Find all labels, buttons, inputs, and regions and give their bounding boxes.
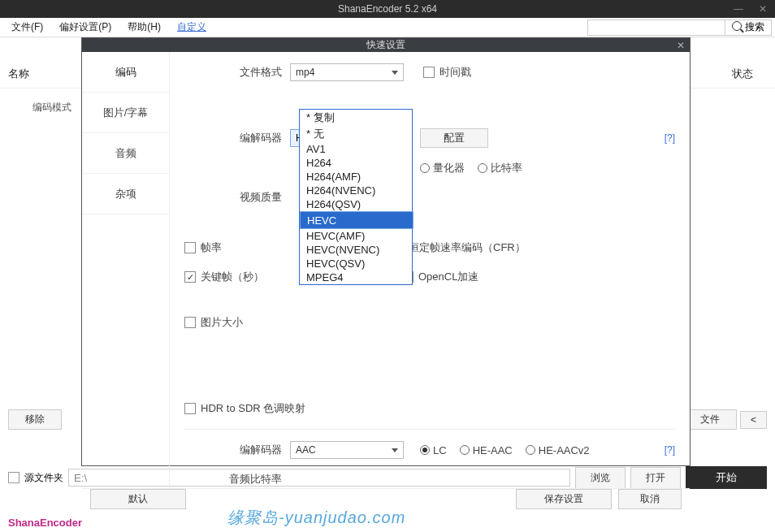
titlebar: ShanaEncoder 5.2 x64 — ✕ xyxy=(0,0,775,18)
col-name: 名称 xyxy=(8,67,57,81)
close-icon[interactable]: ✕ xyxy=(751,0,775,18)
fps-checkbox[interactable] xyxy=(184,242,196,253)
audio-codec-value: AAC xyxy=(296,444,316,456)
fileformat-value: mp4 xyxy=(296,67,314,78)
search-input[interactable] xyxy=(587,19,725,36)
col-state: 状态 xyxy=(718,67,767,81)
quantizer-radio[interactable] xyxy=(420,163,430,173)
watermark-text: 缘聚岛-yuanjudao.com xyxy=(227,507,405,529)
audio-bitrate-label: 音频比特率 xyxy=(184,472,290,487)
magnify-icon xyxy=(732,21,742,33)
modal-titlebar: 快速设置 ✕ xyxy=(82,38,690,52)
codec-option[interactable]: HEVC(QSV) xyxy=(300,257,412,270)
modal-body: 编码 图片/字幕 音频 杂项 文件格式 mp4 时间戳 编解码器 xyxy=(82,52,690,488)
audio-codec-label: 编解码器 xyxy=(184,443,290,457)
hdrsdr-checkbox[interactable] xyxy=(184,403,196,414)
help-audio-icon[interactable]: [?] xyxy=(665,444,675,456)
codec-option[interactable]: MPEG4 xyxy=(300,270,412,284)
save-settings-button[interactable]: 保存设置 xyxy=(516,489,612,509)
chevron-down-icon xyxy=(392,448,398,452)
remove-button[interactable]: 移除 xyxy=(8,409,62,430)
quick-settings-modal: 快速设置 ✕ 编码 图片/字幕 音频 杂项 文件格式 mp4 时间戳 xyxy=(81,37,691,466)
cfr-label: 恒定帧速率编码（CFR） xyxy=(409,240,526,255)
quantizer-label: 量化器 xyxy=(433,161,465,175)
modal-close-icon[interactable]: ✕ xyxy=(677,40,685,51)
codec-option[interactable]: HEVC xyxy=(300,211,413,229)
window-controls: — ✕ xyxy=(726,0,775,18)
codec-option[interactable]: HEVC(NVENC) xyxy=(300,243,412,257)
file-button[interactable]: 文件 xyxy=(683,409,737,430)
fileformat-select[interactable]: mp4 xyxy=(290,63,404,81)
heaac-radio[interactable] xyxy=(460,445,470,455)
fileformat-label: 文件格式 xyxy=(184,65,290,80)
hdrsdr-label: HDR to SDR 色调映射 xyxy=(201,401,305,416)
config-button[interactable]: 配置 xyxy=(420,128,488,148)
menu-custom[interactable]: 自定义 xyxy=(169,20,214,34)
audio-codec-select[interactable]: AAC xyxy=(290,441,404,459)
help-codec-icon[interactable]: [?] xyxy=(665,132,675,144)
codec-option[interactable]: * 复制 xyxy=(300,110,412,126)
picsize-label: 图片大小 xyxy=(201,315,243,330)
bitrate-radio[interactable] xyxy=(478,163,487,173)
tab-audio[interactable]: 音频 xyxy=(82,133,169,174)
modal-footer: 默认 保存设置 取消 xyxy=(82,488,690,509)
picsize-checkbox[interactable] xyxy=(184,317,196,328)
window-title: ShanaEncoder 5.2 x64 xyxy=(338,3,437,15)
source-checkbox[interactable] xyxy=(8,472,19,483)
search-wrap: 搜索 xyxy=(587,19,772,36)
default-button[interactable]: 默认 xyxy=(90,489,186,509)
start-button[interactable]: 开始 xyxy=(686,466,767,489)
timestamp-checkbox[interactable] xyxy=(423,67,435,78)
fps-label: 帧率 xyxy=(201,240,222,255)
bitrate-label: 比特率 xyxy=(491,161,522,175)
timestamp-label: 时间戳 xyxy=(439,65,471,80)
codec-label: 编解码器 xyxy=(184,131,290,145)
tab-subtitle[interactable]: 图片/字幕 xyxy=(82,93,169,133)
menu-preferences[interactable]: 偏好设置(P) xyxy=(51,20,119,34)
collapse-button[interactable]: < xyxy=(740,411,767,429)
heaacv2-radio[interactable] xyxy=(526,445,535,455)
modal-form: 文件格式 mp4 时间戳 编解码器 H264 配置 [?] xyxy=(170,52,690,488)
codec-option[interactable]: AV1 xyxy=(300,142,412,156)
menubar: 文件(F) 偏好设置(P) 帮助(H) 自定义 搜索 xyxy=(0,18,775,37)
keyframe-checkbox[interactable] xyxy=(184,271,196,283)
menu-help[interactable]: 帮助(H) xyxy=(119,20,169,34)
lc-label: LC xyxy=(433,444,447,456)
brand-text: ShanaEncoder xyxy=(8,517,82,529)
codec-option[interactable]: * 无 xyxy=(300,126,412,142)
lc-radio[interactable] xyxy=(420,445,430,455)
codec-dropdown-list: * 复制* 无AV1H264H264(AMF)H264(NVENC)H264(Q… xyxy=(299,109,413,285)
codec-option[interactable]: H264(AMF) xyxy=(300,170,412,184)
keyframe-label: 关键帧（秒） xyxy=(201,270,264,284)
encode-mode-label: 编码模式 xyxy=(32,101,71,115)
codec-option[interactable]: H264 xyxy=(300,156,412,170)
source-label: 源文件夹 xyxy=(24,471,63,485)
tab-encode[interactable]: 编码 xyxy=(82,52,169,93)
codec-option[interactable]: H264(NVENC) xyxy=(300,184,412,197)
heaacv2-label: HE-AACv2 xyxy=(539,444,590,456)
cancel-button[interactable]: 取消 xyxy=(618,489,682,509)
chevron-down-icon xyxy=(392,71,398,75)
modal-tabs: 编码 图片/字幕 音频 杂项 xyxy=(82,52,170,488)
video-quality-label: 视频质量 xyxy=(184,190,290,205)
opencl-label: OpenCL加速 xyxy=(418,270,478,284)
search-button[interactable]: 搜索 xyxy=(725,19,772,36)
modal-title: 快速设置 xyxy=(366,38,405,52)
search-label: 搜索 xyxy=(745,20,764,34)
codec-option[interactable]: H264(QSV) xyxy=(300,197,412,211)
heaac-label: HE-AAC xyxy=(473,444,513,456)
menu-file[interactable]: 文件(F) xyxy=(3,20,51,34)
tab-misc[interactable]: 杂项 xyxy=(82,174,169,214)
codec-option[interactable]: HEVC(AMF) xyxy=(300,229,412,243)
minimize-icon[interactable]: — xyxy=(726,0,751,18)
